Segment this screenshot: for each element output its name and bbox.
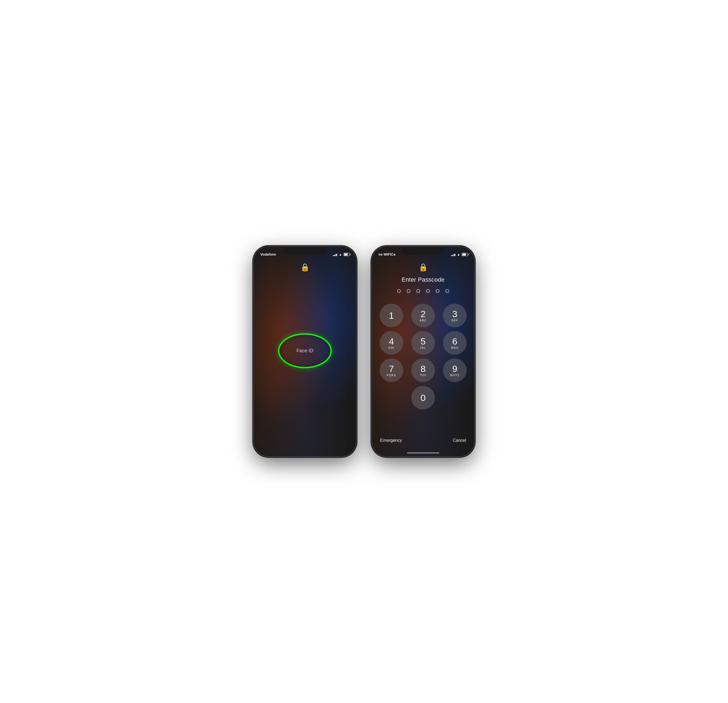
dot-6 — [445, 289, 449, 293]
face-id-container[interactable]: Face ID — [278, 333, 332, 368]
passcode-title: Enter Passcode — [402, 276, 445, 283]
dot-2 — [407, 289, 410, 293]
numpad-4-letters: GHI — [389, 346, 394, 349]
wifi-icon-1: ▲ — [339, 253, 342, 256]
carrier-2: ne WiFiCa — [378, 252, 396, 256]
phones-container: Vodafone ▲ 🔒 — [254, 247, 474, 456]
battery-fill-2 — [462, 253, 466, 256]
numpad-8[interactable]: 8 TUV — [411, 359, 435, 382]
dot-4 — [426, 289, 430, 293]
numpad-0-num: 0 — [421, 393, 426, 402]
notch-2 — [402, 247, 444, 255]
signal-bar-2a — [451, 255, 452, 256]
dot-1 — [397, 289, 401, 293]
passcode-screen: Enter Passcode 1 2 — [372, 247, 474, 456]
battery-icon-1 — [344, 253, 350, 256]
numpad-1[interactable]: 1 — [380, 304, 403, 327]
carrier-1: Vodafone — [260, 252, 276, 256]
notch-1 — [284, 247, 326, 255]
signal-bar-2 — [334, 255, 335, 256]
lock-icon-1: 🔒 — [300, 263, 310, 272]
wifi-icon-2: ▲ — [457, 253, 460, 256]
numpad-8-letters: TUV — [420, 374, 427, 377]
status-icons-2: ▲ — [451, 253, 468, 256]
numpad-9[interactable]: 9 WXYZ — [443, 359, 467, 382]
signal-bar-2b — [452, 255, 453, 256]
numpad-2-num: 2 — [421, 309, 426, 318]
passcode-dots — [397, 289, 449, 293]
screen-faceid: Vodafone ▲ 🔒 — [254, 247, 356, 456]
face-id-oval: Face ID — [278, 333, 332, 368]
screen-passcode: ne WiFiCa ▲ 🔒 Ente — [372, 247, 474, 456]
numpad-zero-row: 0 — [372, 386, 474, 409]
numpad-7[interactable]: 7 PQRS — [380, 359, 403, 382]
numpad-7-num: 7 — [389, 364, 394, 373]
iphone-passcode: ne WiFiCa ▲ 🔒 Ente — [372, 247, 474, 456]
numpad-5[interactable]: 5 JKL — [411, 331, 435, 355]
numpad-5-letters: JKL — [420, 346, 426, 349]
numpad-3[interactable]: 3 DEF — [443, 304, 467, 327]
numpad-9-num: 9 — [452, 364, 458, 373]
numpad-4[interactable]: 4 GHI — [380, 331, 403, 355]
signal-bar-1 — [333, 255, 334, 256]
signal-bar-3 — [335, 254, 336, 256]
numpad-9-letters: WXYZ — [450, 374, 459, 377]
numpad-2[interactable]: 2 ABC — [411, 304, 435, 327]
numpad-8-num: 8 — [421, 364, 426, 373]
numpad-6-num: 6 — [452, 337, 458, 346]
numpad-5-num: 5 — [421, 337, 426, 346]
signal-icon-2 — [451, 253, 456, 256]
numpad-3-num: 3 — [452, 309, 458, 318]
status-icons-1: ▲ — [333, 253, 350, 256]
numpad-4-num: 4 — [389, 337, 394, 346]
numpad: 1 2 ABC 3 DEF 4 GHI — [372, 304, 474, 382]
signal-icon-1 — [333, 253, 337, 256]
numpad-3-letters: DEF — [452, 319, 458, 322]
iphone-faceid: Vodafone ▲ 🔒 — [254, 247, 356, 456]
battery-icon-2 — [462, 253, 468, 256]
signal-bar-2d — [455, 254, 455, 256]
numpad-1-num: 1 — [389, 311, 394, 320]
signal-bar-4 — [337, 254, 337, 256]
numpad-0[interactable]: 0 — [411, 386, 435, 409]
signal-bar-2c — [454, 254, 454, 256]
dot-3 — [416, 289, 420, 293]
numpad-7-letters: PQRS — [387, 374, 396, 377]
numpad-6[interactable]: 6 MNO — [443, 331, 467, 355]
numpad-2-letters: ABC — [420, 319, 427, 322]
dot-5 — [436, 289, 439, 293]
battery-fill-1 — [344, 253, 348, 256]
numpad-6-letters: MNO — [451, 346, 459, 349]
face-id-label: Face ID — [296, 348, 313, 354]
